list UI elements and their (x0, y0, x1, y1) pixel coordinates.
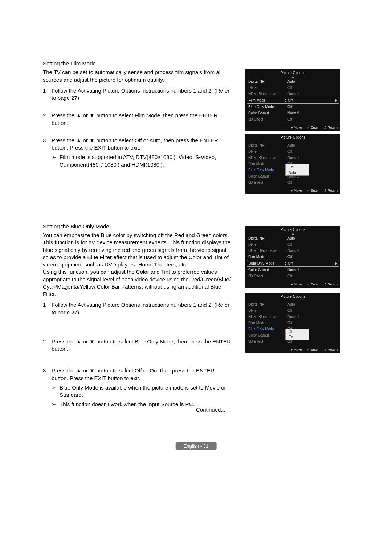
section1-step-2: 2 Press the ▲ or ▼ button to select Film… (43, 112, 232, 127)
osd-row-color-gamut: Color Gamut:Normal (248, 110, 338, 116)
osd-row-film-mode: Film Mode:Off (248, 254, 338, 260)
osd-row-hdmi-black: HDMI Black Level:Normal (248, 91, 338, 97)
osd-picture-options-4: Picture Options Digital NR:Auto DNIe:Off… (245, 293, 340, 353)
manual-page: Setting the Film Mode The TV can be set … (0, 0, 392, 538)
note-text: This function doesn't work when the Inpu… (60, 401, 194, 408)
step-text: Press the ▲ or ▼ button to select Off or… (52, 367, 232, 408)
osd-row-hdmi-black: HDMI Black Level:Normal (248, 155, 338, 161)
scroll-up-icon: ▲ (245, 76, 340, 78)
osd-row-digital-nr: Digital NR:Auto (248, 235, 338, 241)
osd-row-dnie: DNIe:Off (248, 148, 338, 155)
section1-step-1: 1 Follow the Activating Picture Options … (43, 87, 232, 102)
blue-only-dropdown: ▸Off On (285, 329, 309, 340)
return-icon: ↺ (324, 282, 327, 286)
scroll-up-icon: ▲ (245, 232, 340, 235)
dropdown-option-auto: Auto (286, 170, 309, 175)
osd-footer: ♦Move ⏎Enter ↺Return (245, 346, 340, 353)
osd-row-3d-effect: 3D Effect:Off (248, 116, 338, 122)
film-mode-dropdown: ▸Off Auto (285, 164, 309, 176)
footer-return: ↺Return (324, 282, 338, 286)
osd-row-dnie: DNIe:Off (248, 307, 338, 314)
dropdown-option-off: ▸Off (286, 164, 309, 170)
enter-icon: ⏎ (307, 348, 310, 351)
enter-icon: ⏎ (307, 126, 310, 129)
footer-return: ↺Return (324, 189, 338, 192)
return-icon: ↺ (324, 348, 327, 351)
updown-icon: ♦ (291, 189, 293, 192)
osd-row-3d-effect: 3D Effect:Off (248, 179, 338, 186)
osd-row-blue-only: Blue Only Mode ▸Off Auto (248, 167, 338, 173)
section1-title: Setting the Film Mode (43, 60, 232, 67)
osd-title: Picture Options (245, 293, 340, 299)
osd-row-film-mode-selected: Film Mode:Off▶ (247, 97, 339, 104)
step-number: 3 (43, 367, 52, 408)
osd-row-digital-nr: Digital NR:Auto (248, 142, 338, 148)
osd-picture-options-3: Picture Options ▲ Digital NR:Auto DNIe:O… (245, 226, 340, 288)
footer-move: ♦Move (291, 282, 302, 286)
footer-move: ♦Move (291, 126, 302, 129)
osd-picture-options-2: Picture Options Digital NR:Auto DNIe:Off… (245, 134, 340, 194)
arrow-icon: ➢ (52, 384, 60, 399)
section2-step-2: 2 Press the ▲ or ▼ button to select Blue… (43, 338, 232, 353)
section2-intro: You can emphasize the Blue color by swit… (43, 232, 232, 298)
osd-row-3d-effect: 3D Effect:Off (248, 273, 338, 279)
step-number: 1 (43, 87, 52, 102)
dropdown-option-off: ▸Off (286, 329, 309, 334)
arrow-icon: ➢ (52, 154, 60, 168)
step-text: Follow the Activating Picture Options in… (52, 87, 232, 102)
osd-row-color-gamut: Color Gamut:Normal ▸Off On (248, 332, 338, 338)
osd-footer: ♦Move ⏎Enter ↺Return (245, 187, 340, 194)
cursor-icon: ▸ (282, 165, 284, 169)
note-line: ➢ Blue Only Mode is available when the p… (52, 384, 232, 399)
section2-title: Setting the Blue Only Mode (43, 223, 232, 230)
osd-row-blue-only-selected: Blue Only Mode:Off▶ (247, 260, 339, 267)
section1-intro: The TV can be set to automatically sense… (43, 69, 232, 83)
osd-title: Picture Options (245, 134, 340, 140)
osd-row-blue-only: Blue Only Mode:Off (248, 104, 338, 110)
osd-picture-options-1: Picture Options ▲ Digital NR:Auto DNIe:O… (245, 69, 340, 131)
section1-step-3: 3 Press the ▲ or ▼ button to select Off … (43, 137, 232, 168)
osd-row-film-mode: Film Mode:Off (248, 320, 338, 326)
footer-enter: ⏎Enter (307, 348, 319, 351)
continued-label: Continued... (196, 407, 225, 413)
osd-footer: ♦Move ⏎Enter ↺Return (245, 124, 340, 131)
footer-return: ↺Return (324, 348, 338, 351)
cursor-icon: ▸ (282, 330, 284, 334)
footer-enter: ⏎Enter (307, 126, 319, 129)
osd-row-digital-nr: Digital NR:Auto (248, 78, 338, 85)
step-number: 1 (43, 301, 52, 316)
osd-footer: ♦Move ⏎Enter ↺Return (245, 281, 340, 288)
osd-row-hdmi-black: HDMI Black Level:Normal (248, 314, 338, 320)
osd-row-dnie: DNIe:Off (248, 241, 338, 248)
note-text: Film mode is supported in ATV, DTV(480i/… (60, 154, 232, 168)
step-number: 2 (43, 112, 52, 127)
note-line: ➢ Film mode is supported in ATV, DTV(480… (52, 154, 232, 168)
updown-icon: ♦ (291, 126, 293, 129)
footer-move: ♦Move (291, 348, 302, 351)
footer-return: ↺Return (324, 126, 338, 129)
step-text: Press the ▲ or ▼ button to select Film M… (52, 112, 232, 127)
return-icon: ↺ (324, 189, 327, 192)
updown-icon: ♦ (291, 282, 293, 286)
footer-enter: ⏎Enter (307, 282, 319, 286)
body-text: Setting the Film Mode The TV can be set … (43, 60, 232, 419)
arrow-icon: ➢ (52, 401, 60, 408)
updown-icon: ♦ (291, 348, 293, 351)
step-text: Press the ▲ or ▼ button to select Blue O… (52, 338, 232, 353)
osd-row-digital-nr: Digital NR:Auto (248, 301, 338, 307)
step-text: Press the ▲ or ▼ button to select Off or… (52, 137, 232, 168)
return-icon: ↺ (324, 126, 327, 129)
step-number: 3 (43, 137, 52, 168)
enter-icon: ⏎ (307, 282, 310, 286)
page-number-badge: English - 31 (176, 442, 217, 450)
section2-step-1: 1 Follow the Activating Picture Options … (43, 301, 232, 316)
chevron-right-icon: ▶ (335, 261, 338, 265)
note-text: Blue Only Mode is available when the pic… (60, 384, 232, 399)
step-text: Follow the Activating Picture Options in… (52, 301, 232, 316)
chevron-right-icon: ▶ (335, 98, 338, 102)
osd-row-color-gamut: Color Gamut:Normal (248, 267, 338, 273)
footer-move: ♦Move (291, 189, 302, 192)
dropdown-option-on: On (286, 334, 309, 340)
section2-step-3: 3 Press the ▲ or ▼ button to select Off … (43, 367, 232, 408)
step-number: 2 (43, 338, 52, 353)
